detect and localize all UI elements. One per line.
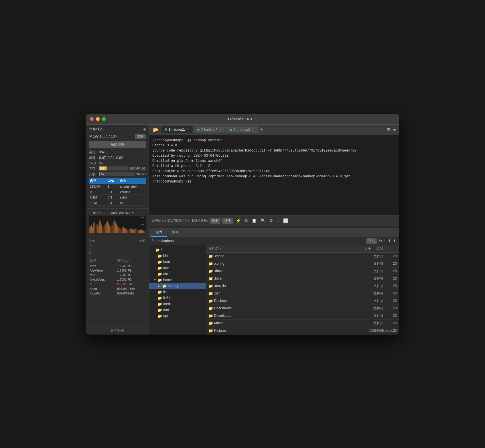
file-name-cell: 📁 .dbus [208,269,350,273]
file-row[interactable]: 📁 Downloads 文件夹 20 [206,312,399,320]
net-chart-labels: 28K 20K 10K [140,216,145,233]
upload-file-button[interactable]: ⬆ [393,239,396,243]
file-name-cell: 📁 .mozilla [208,284,350,288]
tab-close-hadoop1[interactable]: ✕ [187,128,189,131]
download-icon[interactable]: ↓ [276,218,280,223]
file-date: 20 [388,276,397,280]
svg-rect-19 [111,227,111,233]
cpu-label: CPU [89,161,97,165]
col-date[interactable] [388,246,397,251]
net-down-value: ↓280B [108,211,117,215]
tab-close-hadoop2[interactable]: ✕ [219,128,222,131]
col-filename[interactable]: 文件名 ↑ [208,246,354,251]
right-panel: 📂 1 hadoop1 ✕ 2 hadoop2 ✕ 3 hadoop3 ✕ + [149,125,399,335]
history-button[interactable]: 历史 [210,218,220,224]
svg-rect-32 [125,229,126,233]
refresh-button[interactable]: ↻ [379,239,382,243]
file-folder-icon: 📁 [208,269,213,273]
folder-icon: 📁 [157,260,162,264]
file-folder-icon: 📁 [208,284,213,288]
fullscreen-icon[interactable]: ⬜ [282,218,289,223]
file-row[interactable]: 📁 Desktop 文件夹 20 [206,297,399,305]
tree-item[interactable]: 📁dev [149,265,206,271]
tree-item[interactable]: 📁etc [149,271,206,277]
tab-hadoop2[interactable]: 2 hadoop2 ✕ [194,126,226,133]
sys-info-button[interactable]: 系统信息 [89,141,146,148]
file-name: Pictures [214,329,226,333]
file-row[interactable]: 📁 .ssh 文件夹 20 [206,290,399,297]
file-name-cell: 📁 Music [208,321,350,325]
file-type: 文件夹 [370,254,387,259]
file-folder-icon: 📁 [208,321,213,325]
tree-item[interactable]: ▶📁hadoop [149,283,206,289]
svg-rect-0 [89,227,90,233]
cpu-value: 2% [99,161,104,165]
tab-hadoop3[interactable]: 3 hadoop3 ✕ [226,126,258,133]
net-up-icon: ↑ [89,211,90,215]
file-row[interactable]: 📁 Documents 文件夹 20 [206,305,399,312]
settings-icon[interactable]: ⚙ [268,218,274,223]
terminal[interactable]: [hadoop@hadoop1 ~]$ hadoop versionHadoop… [149,135,399,215]
net-up-value: ↑874B [93,211,102,215]
copy-icon[interactable]: ⧉ [244,218,249,224]
latency-val-2: 0 [89,247,146,251]
file-history-button[interactable]: 历史 [366,238,377,244]
tree-item[interactable]: 📁/ [149,247,206,253]
svg-rect-29 [122,227,123,233]
tree-arrow-icon: ▼ [153,278,156,282]
sync-status-dot [143,128,146,131]
file-name: Documents [214,306,232,310]
folder-icon[interactable]: 📂 [151,126,160,133]
tree-item[interactable]: 📁media [149,301,206,307]
sidebar: 同步状态 IP 192.168.57.134 复制 系统信息 运行 3:41 负… [86,125,149,335]
download-file-button[interactable]: ⬇ [388,239,391,243]
tree-item[interactable]: 📁bin [149,253,206,259]
tab-hadoop1[interactable]: 1 hadoop1 ✕ [161,126,193,133]
add-tab-button[interactable]: + [259,127,265,132]
close-button[interactable] [90,117,94,121]
parent-dir-button[interactable]: ↑ [384,239,386,243]
tab-commands[interactable]: 命令 [167,228,183,237]
minimize-button[interactable] [96,117,100,121]
tree-item[interactable]: 📁opt [149,313,206,319]
grid-view-button[interactable]: ⊞ [386,127,391,132]
tab-files[interactable]: 文件 [151,228,167,237]
file-row[interactable]: 📁 Music 文件夹 20 [206,320,399,327]
menu-button[interactable]: ☰ [392,127,397,132]
lightning-icon[interactable]: ⚡ [235,218,242,223]
file-panels: 📁/📁bin📁boot📁dev📁etc▼📁home▶📁hadoop📁lib📁li… [149,245,399,335]
folder-icon: 📁 [157,254,162,258]
file-row[interactable]: 📁 .dbus 文件夹 20 [206,268,399,275]
network-section: ↑ ↑874B ↓ ↓280B ens160 ▾ [86,208,149,237]
svg-rect-23 [115,222,116,233]
svg-rect-22 [114,220,115,233]
options-button[interactable]: 选项 [222,218,233,224]
file-row[interactable]: 📁 .config 文件夹 20 [206,260,399,268]
file-row[interactable]: 📁 .mozilla 文件夹 20 [206,282,399,290]
tree-item[interactable]: 📁lib64 [149,295,206,301]
col-type[interactable]: 类型 [371,246,388,251]
net-dropdown-icon[interactable]: ▾ [132,211,134,215]
tree-item[interactable]: ▼📁home [149,277,206,283]
disk-row: /dev1.6G/1.6G [89,264,146,268]
file-list-body: 📁 .cache 文件夹 20 📁 .config 文件夹 20 📁 .dbus… [206,253,399,335]
tree-item[interactable]: 📁mnt [149,307,206,313]
file-browser-tabs: 文件 命令 [149,228,399,237]
copy-ip-button[interactable]: 复制 [135,134,146,139]
svg-rect-49 [145,230,145,233]
svg-rect-10 [100,222,101,233]
svg-rect-38 [132,229,133,233]
activate-button[interactable]: 激活/升级 [86,327,149,335]
paste-icon[interactable]: 📋 [251,218,258,223]
search-icon[interactable]: 🔍 [259,218,267,223]
folder-icon: 📁 [157,302,162,306]
tab-close-hadoop3[interactable]: ✕ [252,128,254,131]
tree-item[interactable]: 📁boot [149,259,206,265]
file-row[interactable]: 📁 .cache 文件夹 20 [206,253,399,260]
file-row[interactable]: 📁 .local 文件夹 20 [206,275,399,282]
maximize-button[interactable] [102,117,106,121]
tree-item[interactable]: 📁lib [149,289,206,295]
terminal-line: Compiled by root on 2024-03-04T06:29Z [152,153,396,158]
col-size[interactable]: 大小 [354,246,371,251]
process-table: 内存 CPU 命令 214.4M1gnome-shell00.3kauditd5… [89,178,146,206]
